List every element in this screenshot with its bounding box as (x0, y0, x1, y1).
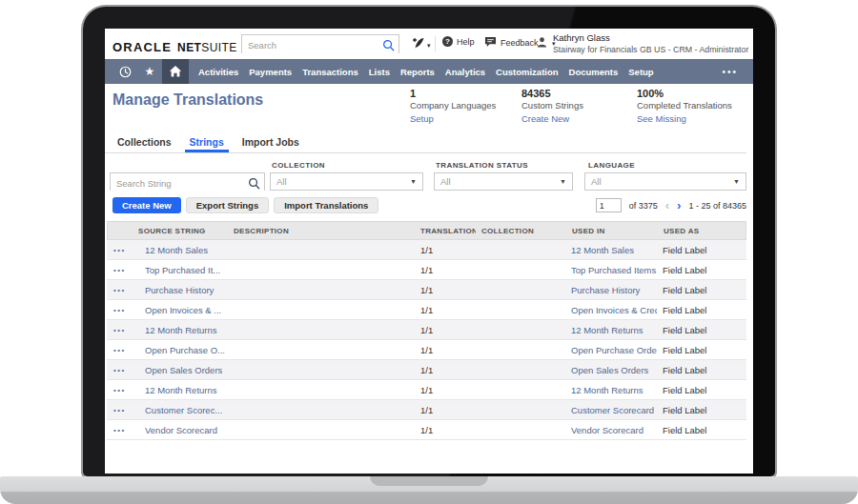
nav-overflow-icon[interactable]: ••• (722, 59, 738, 84)
row-menu-icon[interactable]: ••• (107, 286, 132, 294)
table-row: ••• Open Invoices & ... 1/1 Open Invoice… (107, 300, 746, 320)
global-search-input[interactable] (242, 37, 398, 54)
translation-status-dropdown[interactable]: All ▼ (434, 172, 573, 191)
used-as-cell: Field Label (657, 425, 746, 435)
used-in-link[interactable]: Open Sales Orders (565, 365, 657, 375)
source-string-link[interactable]: Vendor Scorecard (132, 425, 227, 435)
nav-menu-item[interactable]: Transactions (302, 67, 358, 77)
collection-dropdown-value: All (276, 176, 287, 187)
tab-strings[interactable]: Strings (185, 133, 229, 152)
tab-import-jobs[interactable]: Import Jobs (237, 133, 304, 152)
help-button[interactable]: ? Help (442, 36, 475, 47)
used-as-cell: Field Label (657, 365, 746, 375)
recent-records-icon[interactable] (112, 59, 137, 84)
source-string-link[interactable]: Open Purchase O... (132, 345, 227, 355)
row-menu-icon[interactable]: ••• (107, 366, 132, 374)
chevron-down-icon: ▾ (427, 42, 431, 49)
source-string-link[interactable]: 12 Month Sales (132, 245, 227, 255)
nav-menu-item[interactable]: Activities (198, 67, 238, 77)
source-string-link[interactable]: Open Invoices & ... (132, 305, 227, 315)
source-string-link[interactable]: Purchase History (132, 285, 227, 295)
tab-bar: Collections Strings Import Jobs (105, 133, 746, 153)
used-in-link[interactable]: Open Purchase Orders (565, 345, 657, 355)
used-as-cell: Field Label (657, 285, 746, 295)
used-in-link[interactable]: Customer Scorecard (565, 405, 657, 415)
row-menu-icon[interactable]: ••• (107, 326, 132, 334)
language-filter-label: LANGUAGE (588, 161, 635, 170)
row-menu-icon[interactable]: ••• (107, 266, 132, 274)
export-strings-button[interactable]: Export Strings (186, 197, 269, 213)
quick-create-button[interactable]: ▾ (412, 36, 431, 53)
stat-create-new-link[interactable]: Create New (521, 113, 583, 125)
home-icon[interactable] (162, 59, 189, 84)
used-as-cell: Field Label (657, 405, 746, 415)
laptop-base-notch (370, 476, 488, 486)
column-header-used-in: USED IN (566, 227, 658, 235)
nav-menu-item[interactable]: Lists (369, 67, 390, 77)
create-new-button[interactable]: Create New (112, 197, 181, 213)
used-as-cell: Field Label (657, 305, 746, 315)
row-menu-icon[interactable]: ••• (107, 386, 132, 394)
user-name: Kathryn Glass (553, 32, 748, 44)
used-in-link[interactable]: 12 Month Sales (565, 245, 657, 255)
next-page-icon[interactable]: › (677, 199, 681, 212)
translations-cell: 1/1 (414, 325, 475, 335)
used-as-cell: Field Label (657, 385, 746, 395)
import-translations-button[interactable]: Import Translations (274, 197, 378, 213)
search-icon[interactable] (382, 38, 395, 55)
page-count-label: of 3375 (629, 201, 658, 211)
column-header-translations: TRANSLATIONS (415, 227, 476, 235)
used-in-link[interactable]: Purchase History (565, 285, 657, 295)
page-number-input[interactable] (596, 198, 622, 212)
used-in-link[interactable]: Open Invoices & Credits (565, 305, 657, 315)
used-as-cell: Field Label (657, 345, 746, 355)
used-as-cell: Field Label (657, 325, 746, 335)
search-string-input[interactable] (111, 175, 264, 192)
source-string-link[interactable]: Customer Scorec... (132, 405, 227, 415)
row-menu-icon[interactable]: ••• (107, 306, 132, 314)
stat-see-missing-link[interactable]: See Missing (637, 113, 732, 125)
table-row: ••• Customer Scorec... 1/1 Customer Scor… (107, 400, 746, 420)
nav-menu-item[interactable]: Customization (496, 67, 558, 77)
used-as-cell: Field Label (657, 265, 746, 275)
dropdown-arrow-icon: ▼ (410, 178, 417, 185)
row-menu-icon[interactable]: ••• (107, 426, 132, 434)
source-string-link[interactable]: Open Sales Orders (132, 365, 227, 375)
nav-menu-item[interactable]: Reports (400, 67, 435, 77)
collection-dropdown[interactable]: All ▼ (270, 172, 423, 191)
source-string-link[interactable]: 12 Month Returns (132, 325, 227, 335)
used-in-link[interactable]: 12 Month Returns (565, 385, 657, 395)
help-icon: ? (442, 36, 453, 47)
stat-company-languages: 1 Company Languages Setup (410, 88, 496, 125)
column-header-used-as: USED AS (658, 227, 747, 235)
user-role-icon (536, 36, 548, 50)
language-dropdown[interactable]: All ▼ (584, 172, 746, 191)
nav-menu-item[interactable]: Payments (249, 67, 292, 77)
stat-value: 1 (410, 88, 496, 99)
nav-menu-item[interactable]: Analytics (445, 67, 485, 77)
nav-menu: ActivitiesPaymentsTransactionsListsRepor… (198, 59, 654, 84)
used-in-link[interactable]: Top Purchased Items (565, 265, 657, 275)
strings-table: SOURCE STRING DESCRIPTION TRANSLATIONS C… (107, 221, 746, 440)
table-row: ••• Top Purchased It... 1/1 Top Purchase… (107, 260, 746, 280)
language-dropdown-value: All (591, 176, 602, 187)
search-icon[interactable] (248, 176, 260, 193)
source-string-link[interactable]: 12 Month Returns (132, 385, 227, 395)
source-string-link[interactable]: Top Purchased It... (132, 265, 227, 275)
used-in-link[interactable]: Vendor Scorecard (565, 425, 657, 435)
row-menu-icon[interactable]: ••• (107, 246, 132, 254)
page: ORACLE NETSUITE ▾ ? (0, 0, 858, 504)
shortcuts-star-icon[interactable]: ★ (137, 59, 162, 84)
used-in-link[interactable]: 12 Month Returns (565, 325, 657, 335)
feedback-button[interactable]: Feedback (484, 36, 539, 50)
stat-setup-link[interactable]: Setup (410, 113, 496, 125)
row-menu-icon[interactable]: ••• (107, 406, 132, 414)
oracle-netsuite-logo: ORACLE NETSUITE (112, 38, 237, 55)
tab-collections[interactable]: Collections (112, 133, 176, 152)
nav-menu-item[interactable]: Setup (628, 67, 653, 77)
row-menu-icon[interactable]: ••• (107, 346, 132, 354)
nav-menu-item[interactable]: Documents (569, 67, 619, 77)
user-info: Kathryn Glass Stairway for Financials GB… (553, 32, 748, 55)
previous-page-icon[interactable]: ‹ (665, 199, 669, 212)
table-row: ••• 12 Month Returns 1/1 12 Month Return… (107, 380, 746, 400)
